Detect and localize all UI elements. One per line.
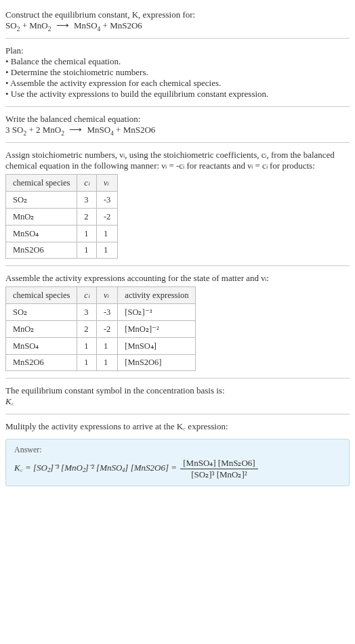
cell-ci: 3 — [77, 192, 97, 209]
table-row: MnSO₄ 1 1 [MnSO₄] — [6, 338, 196, 355]
table-row: MnSO₄ 1 1 — [6, 226, 118, 242]
cell-species: MnO₂ — [6, 209, 77, 226]
balanced-title: Write the balanced chemical equation: — [5, 114, 350, 125]
multiply-block: Mulitply the activity expressions to arr… — [5, 417, 350, 436]
cell-ci: 2 — [77, 321, 97, 338]
col-vi: νᵢ — [96, 287, 117, 304]
cell-species: MnSO₄ — [6, 226, 77, 242]
divider — [5, 414, 350, 414]
arrow-icon: ⟶ — [66, 125, 85, 135]
table-row: MnO₂ 2 -2 — [6, 209, 118, 226]
answer-box: Answer: K꜀ = [SO₂]⁻³ [MnO₂]⁻² [MnSO₄] [M… — [5, 439, 350, 486]
cell-ci: 1 — [77, 242, 97, 259]
cell-vi: 1 — [96, 242, 117, 259]
fraction-denominator: [SO₂]³ [MnO₂]² — [180, 469, 257, 480]
prompt-block: Construct the equilibrium constant, K, e… — [5, 5, 350, 35]
table-row: MnS2O6 1 1 [MnS2O6] — [6, 355, 196, 371]
eq-mnso4: MnSO4 — [74, 20, 100, 30]
cell-vi: -2 — [96, 209, 117, 226]
cell-ci: 2 — [77, 209, 97, 226]
table-header-row: chemical species cᵢ νᵢ — [6, 175, 118, 192]
cell-species: SO₂ — [6, 304, 77, 321]
cell-species: SO₂ — [6, 192, 77, 209]
cell-vi: 1 — [96, 355, 117, 371]
cell-vi: 1 — [96, 226, 117, 242]
col-species: chemical species — [6, 287, 77, 304]
answer-lhs: K꜀ = [SO₂]⁻³ [MnO₂]⁻² [MnSO₄] [MnS2O6] = — [14, 463, 179, 473]
assign-block: Assign stoichiometric numbers, νᵢ, using… — [5, 146, 350, 263]
eq-mns2o6: + MnS2O6 — [103, 20, 142, 30]
divider — [5, 38, 350, 39]
plan-b2: • Determine the stoichiometric numbers. — [5, 67, 350, 78]
cell-ci: 1 — [77, 338, 97, 355]
eq-mno2: + MnO2 — [22, 20, 51, 30]
cell-activity: [SO₂]⁻³ — [118, 304, 196, 321]
cell-activity: [MnSO₄] — [118, 338, 196, 355]
multiply-text: Mulitply the activity expressions to arr… — [5, 421, 350, 432]
balanced-equation: 3 SO2 + 2 MnO2 ⟶ MnSO4 + MnS2O6 — [5, 125, 350, 135]
col-ci: cᵢ — [77, 287, 97, 304]
cell-activity: [MnS2O6] — [118, 355, 196, 371]
plan-title: Plan: — [5, 45, 350, 56]
stoich-table: chemical species cᵢ νᵢ SO₂ 3 -3 MnO₂ 2 -… — [5, 174, 118, 259]
beq-mno2: + 2 MnO2 — [28, 125, 64, 135]
kc-symbol: K꜀ — [5, 396, 350, 407]
col-species: chemical species — [6, 175, 77, 192]
eq-so2: SO2 — [5, 20, 20, 30]
cell-vi: -2 — [96, 321, 117, 338]
cell-vi: -3 — [96, 304, 117, 321]
plan-b4: • Use the activity expressions to build … — [5, 89, 350, 100]
assemble-block: Assemble the activity expressions accoun… — [5, 269, 350, 375]
divider — [5, 265, 350, 266]
fraction-numerator: [MnSO₄] [MnS₂O6] — [180, 458, 257, 469]
cell-vi: 1 — [96, 338, 117, 355]
col-vi: νᵢ — [96, 175, 117, 192]
cell-species: MnS2O6 — [6, 355, 77, 371]
cell-activity: [MnO₂]⁻² — [118, 321, 196, 338]
cell-vi: -3 — [96, 192, 117, 209]
divider — [5, 106, 350, 107]
prompt-equation: SO2 + MnO2 ⟶ MnSO4 + MnS2O6 — [5, 20, 350, 31]
answer-fraction: [MnSO₄] [MnS₂O6] [SO₂]³ [MnO₂]² — [180, 458, 257, 480]
activity-table: chemical species cᵢ νᵢ activity expressi… — [5, 286, 196, 371]
beq-mnso4: MnSO4 — [87, 125, 113, 135]
assemble-text: Assemble the activity expressions accoun… — [5, 273, 350, 284]
symbol-text: The equilibrium constant symbol in the c… — [5, 385, 350, 396]
answer-expression: K꜀ = [SO₂]⁻³ [MnO₂]⁻² [MnSO₄] [MnS2O6] =… — [14, 458, 341, 480]
plan-b3: • Assemble the activity expression for e… — [5, 78, 350, 89]
arrow-icon: ⟶ — [54, 20, 72, 30]
symbol-block: The equilibrium constant symbol in the c… — [5, 381, 350, 411]
table-header-row: chemical species cᵢ νᵢ activity expressi… — [6, 287, 196, 304]
balanced-block: Write the balanced chemical equation: 3 … — [5, 110, 350, 139]
table-row: MnO₂ 2 -2 [MnO₂]⁻² — [6, 321, 196, 338]
cell-ci: 3 — [77, 304, 97, 321]
table-row: SO₂ 3 -3 [SO₂]⁻³ — [6, 304, 196, 321]
assign-text: Assign stoichiometric numbers, νᵢ, using… — [5, 150, 350, 171]
cell-species: MnSO₄ — [6, 338, 77, 355]
prompt-line1: Construct the equilibrium constant, K, e… — [5, 9, 350, 20]
cell-species: MnS2O6 — [6, 242, 77, 259]
plan-block: Plan: • Balance the chemical equation. •… — [5, 41, 350, 104]
plan-b1: • Balance the chemical equation. — [5, 56, 350, 67]
table-row: SO₂ 3 -3 — [6, 192, 118, 209]
divider — [5, 378, 350, 379]
cell-species: MnO₂ — [6, 321, 77, 338]
cell-ci: 1 — [77, 355, 97, 371]
beq-mns2o6: + MnS2O6 — [116, 125, 155, 135]
col-activity: activity expression — [118, 287, 196, 304]
table-row: MnS2O6 1 1 — [6, 242, 118, 259]
beq-so2: 3 SO2 — [5, 125, 26, 135]
cell-ci: 1 — [77, 226, 97, 242]
col-ci: cᵢ — [77, 175, 97, 192]
divider — [5, 142, 350, 143]
answer-label: Answer: — [14, 445, 341, 455]
